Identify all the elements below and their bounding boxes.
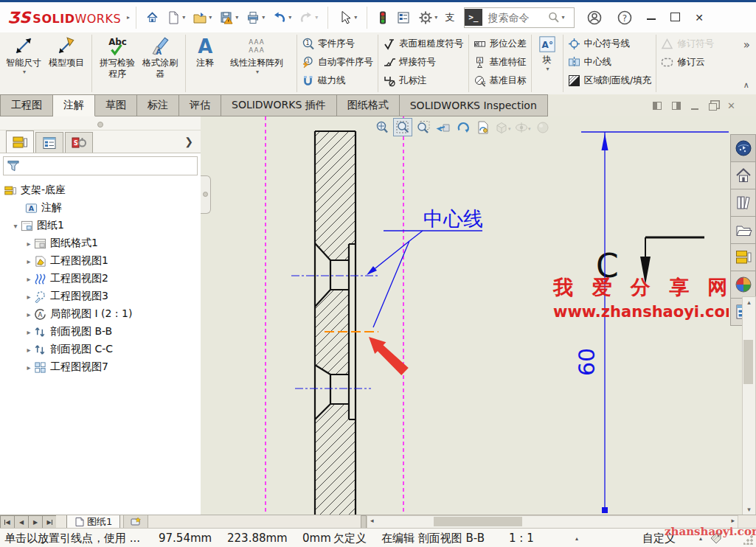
first-sheet-button[interactable]: ◀	[0, 515, 14, 529]
status-sheet-scale[interactable]: 1 : 1	[509, 532, 534, 545]
close-button[interactable]: ✕	[695, 12, 704, 24]
tree-item-sheet-format1[interactable]: ▸ 图纸格式1	[0, 234, 201, 252]
3d-drawing-view-button[interactable]	[474, 119, 492, 136]
minimize-button[interactable]	[647, 12, 656, 24]
expander-icon[interactable]: ▸	[24, 240, 34, 248]
panel-collapse-handle[interactable]	[201, 175, 211, 214]
centerline-note-text[interactable]: 中心线	[423, 207, 483, 230]
tab-drawing[interactable]: 工程图	[0, 94, 53, 116]
open-button[interactable]: ▾	[191, 9, 213, 27]
format-painter-button[interactable]: A 格式涂刷器	[139, 34, 181, 91]
revision-symbol-button[interactable]: 修订符号	[658, 35, 717, 53]
model-items-button[interactable]: 模型项目	[46, 34, 87, 91]
logo-flyout-icon[interactable]: ▸	[127, 14, 130, 21]
centerline-note[interactable]: 中心线	[367, 207, 483, 327]
tree-item-section-cc[interactable]: ▸ 剖面视图 C-C	[0, 341, 201, 358]
zoom-button[interactable]	[415, 119, 432, 136]
previous-sheet-button[interactable]: ◀	[14, 515, 28, 529]
tree-item-sheet1[interactable]: ▾ 图纸1	[0, 217, 201, 234]
linear-note-pattern-button[interactable]: AAAAAA 线性注释阵列 ▾	[221, 34, 292, 91]
scroll-right-icon[interactable]: ▸	[731, 517, 735, 524]
datum-feature-button[interactable]: A 基准特征	[471, 53, 530, 72]
section-view-bb[interactable]	[291, 131, 380, 515]
center-mark-button[interactable]: 中心符号线	[565, 35, 655, 53]
tree-item-detail-view[interactable]: ▸ A 局部视图 I (2 : 1)	[0, 305, 201, 323]
expander-icon[interactable]: ▸	[24, 293, 34, 301]
scrollbar-splitter[interactable]	[361, 515, 367, 529]
print-button[interactable]: ▾	[244, 9, 266, 27]
tree-item-annotations[interactable]: A 注解	[0, 199, 201, 217]
tab-feature-tree[interactable]	[6, 130, 34, 153]
expander-open-icon[interactable]: ▾	[10, 222, 21, 230]
dimension-value[interactable]: 60	[574, 348, 600, 376]
design-library-tab[interactable]	[730, 189, 756, 217]
ribbon-collapse-button[interactable]: ∧	[743, 80, 750, 90]
surface-finish-button[interactable]: 表面粗糙度符号	[380, 35, 467, 53]
view-palette-tab[interactable]	[730, 244, 756, 271]
panel-flyout-icon[interactable]: ❯	[184, 136, 193, 147]
tree-item-view7[interactable]: ▸ 工程图视图7	[0, 358, 201, 376]
expander-icon[interactable]: ▸	[24, 346, 34, 354]
tree-item-section-bb[interactable]: ▸ 剖面视图 B-B	[0, 323, 201, 341]
weld-symbol-button[interactable]: 焊接符号	[380, 53, 467, 72]
ribbon-overflow-button[interactable]: »	[743, 38, 750, 52]
command-search[interactable]: >_ ▾	[464, 7, 575, 28]
tree-item-view1[interactable]: ▸ 工程图视图1	[0, 252, 201, 270]
drawing-canvas[interactable]: 中心线 C 60 我 爱 分 享 网 www.zhanshaoyi.com	[201, 116, 729, 515]
doc-restore-icon[interactable]	[709, 103, 717, 111]
balloon-button[interactable]: 1 零件序号	[299, 35, 376, 53]
tab-markup[interactable]: 标注	[137, 94, 179, 116]
geometric-tolerance-button[interactable]: 形位公差	[471, 35, 530, 53]
help-button[interactable]: ?	[615, 8, 634, 27]
tab-sheet-format[interactable]: 图纸格式	[337, 94, 400, 116]
xpert-button[interactable]: 支	[443, 10, 456, 26]
appearance-button[interactable]	[534, 119, 552, 136]
new-document-button[interactable]: ▾	[164, 9, 187, 27]
smart-dimension-button[interactable]: 智能尺寸 ▾	[3, 34, 44, 91]
options-list-button[interactable]	[395, 9, 412, 27]
expander-icon[interactable]: ▸	[24, 275, 34, 283]
scroll-up-icon[interactable]: ▴	[743, 297, 755, 308]
centerline-button[interactable]: 中心线	[565, 53, 655, 72]
doc-close-icon[interactable]: ✕	[727, 100, 735, 111]
dock-left-icon[interactable]	[653, 102, 662, 110]
blocks-button[interactable]: A° 块 ▾	[536, 34, 558, 91]
scale-dropdown-icon[interactable]: ▴	[575, 535, 578, 542]
auto-balloon-button[interactable]: 1 自动零件序号	[299, 53, 376, 72]
tab-sketch[interactable]: 草图	[95, 94, 137, 116]
tree-item-root[interactable]: 支架-底座	[0, 181, 201, 199]
display-style-button[interactable]: ▾	[494, 119, 512, 136]
expander-icon[interactable]: ▸	[24, 328, 34, 336]
zoom-fit-button[interactable]	[373, 119, 391, 136]
home-tab[interactable]	[730, 162, 756, 189]
rotate-view-button[interactable]	[454, 119, 472, 136]
scroll-down-icon[interactable]: ▾	[743, 504, 755, 515]
doc-minimize-icon[interactable]	[691, 108, 698, 110]
search-icon[interactable]	[547, 11, 561, 24]
hole-callout-button[interactable]: 孔标注	[380, 72, 467, 90]
tab-inspection[interactable]: SOLIDWORKS Inspection	[400, 94, 548, 116]
expander-icon[interactable]: ▸	[24, 363, 34, 372]
resources-tab[interactable]	[730, 134, 756, 162]
undo-button[interactable]: ▾	[271, 9, 293, 27]
next-sheet-button[interactable]: ▶	[28, 515, 42, 529]
scroll-left-icon[interactable]: ◂	[370, 517, 374, 524]
dock-right-icon[interactable]	[672, 102, 681, 110]
rebuild-button[interactable]	[375, 9, 390, 27]
graphics-area[interactable]: 中心线 C 60 我 爱 分 享 网 www.zhanshaoyi.com	[201, 116, 729, 515]
hide-show-items-button[interactable]: ▾	[514, 119, 532, 136]
horizontal-scroll-thumb[interactable]	[434, 517, 522, 526]
file-explorer-tab[interactable]	[730, 217, 756, 244]
tree-item-view3[interactable]: ▸ 工程图视图3	[0, 288, 201, 305]
last-sheet-button[interactable]: ▶	[42, 515, 56, 529]
save-button[interactable]: ▾	[218, 9, 240, 27]
account-button[interactable]	[585, 8, 604, 27]
tab-property-manager[interactable]	[35, 132, 63, 153]
vertical-scroll-thumb[interactable]	[743, 340, 753, 384]
datum-target-button[interactable]: A1 基准目标	[471, 72, 530, 90]
note-button[interactable]: A 注释	[190, 34, 220, 91]
add-sheet-button[interactable]	[123, 515, 148, 529]
panel-splitter[interactable]	[0, 116, 201, 130]
select-tool-button[interactable]: ▾	[336, 9, 358, 27]
area-hatch-button[interactable]: 区域剖面线/填充	[565, 72, 655, 90]
